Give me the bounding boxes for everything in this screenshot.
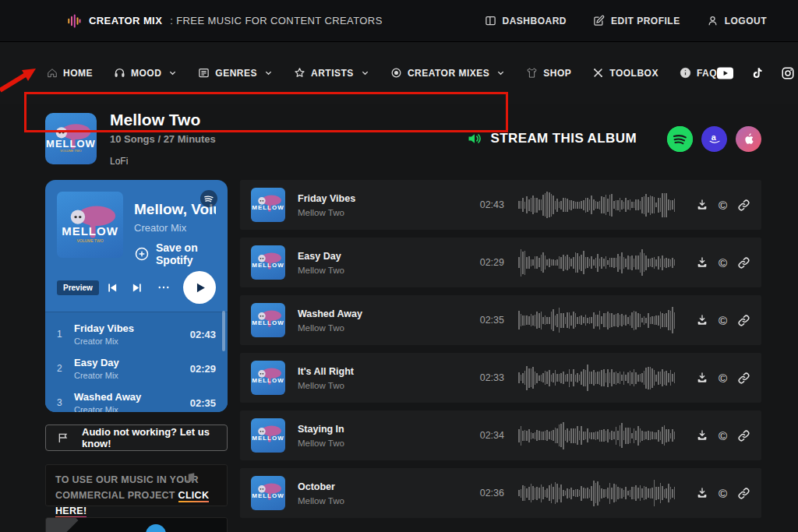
instagram-icon[interactable] [781, 66, 795, 80]
main-nav: HOME MOOD GENRES [0, 42, 798, 104]
link-icon[interactable] [737, 372, 750, 385]
nav-item[interactable]: HOME [47, 68, 93, 79]
amazon-music-store-icon[interactable]: a [701, 126, 727, 152]
copyright-icon[interactable]: © [719, 430, 727, 442]
nav-item[interactable]: MOOD [114, 67, 177, 79]
play-button[interactable] [183, 271, 216, 304]
waveform[interactable] [518, 477, 676, 509]
flag-icon [57, 432, 69, 444]
waveform[interactable] [518, 189, 676, 220]
chevron-down-icon [168, 69, 177, 77]
album-track-list: MELLOW Friday Vibes Mellow Two 02:43 © [240, 180, 761, 526]
nav-items: HOME MOOD GENRES [47, 67, 717, 79]
track-artist: Mellow Two [298, 496, 465, 506]
nav-item[interactable]: GENRES [198, 67, 273, 79]
track-thumbnail[interactable]: MELLOW [251, 303, 285, 337]
link-icon[interactable] [737, 314, 750, 327]
embed-track-row[interactable]: 1 Friday Vibes Creator Mix 02:43 [57, 317, 216, 351]
nav-item[interactable]: SHOP [526, 67, 571, 79]
copyright-icon[interactable]: © [719, 199, 727, 211]
embed-scrollbar[interactable] [222, 311, 225, 351]
track-thumbnail[interactable]: MELLOW [251, 476, 285, 510]
link-icon[interactable] [737, 487, 750, 500]
save-on-spotify-button[interactable]: Save on Spotify [134, 241, 216, 266]
copyright-icon[interactable]: © [719, 488, 727, 499]
embed-track-row[interactable]: 3 Washed Away Creator Mix 02:35 [57, 386, 216, 412]
download-icon[interactable] [696, 372, 708, 384]
top-bar: CREATOR MIX : FREE MUSIC FOR CONTENT CRE… [0, 0, 798, 42]
track-thumbnail[interactable]: MELLOW [251, 361, 285, 395]
album-meta: 10 Songs / 27 Minutes [110, 133, 216, 145]
embed-track-list: 1 Friday Vibes Creator Mix 02:43 2 Easy … [45, 312, 228, 412]
nav-item[interactable]: ARTISTS [294, 67, 369, 79]
spotify-store-icon[interactable] [667, 126, 693, 152]
copyright-icon[interactable]: © [719, 257, 727, 269]
track-duration: 02:29 [465, 257, 504, 268]
download-icon[interactable] [696, 256, 708, 269]
stream-this-album[interactable]: STREAM THIS ALBUM [466, 131, 637, 146]
link-icon[interactable] [737, 429, 750, 442]
link-icon[interactable] [737, 256, 750, 270]
waveform[interactable] [518, 362, 676, 393]
more-options-icon[interactable] [157, 280, 171, 294]
nav-item-icon [114, 67, 125, 79]
track-title[interactable]: Easy Day [298, 251, 465, 262]
music-note-icon [183, 471, 197, 485]
user-icon [707, 15, 719, 26]
track-title[interactable]: October [298, 481, 465, 492]
track-duration: 02:43 [465, 199, 504, 210]
download-icon[interactable] [696, 314, 708, 326]
nav-item[interactable]: CREATOR MIXES [390, 67, 505, 79]
waveform[interactable] [518, 420, 676, 451]
album-genre[interactable]: LoFi [110, 156, 216, 167]
copyright-icon[interactable]: © [719, 372, 727, 384]
download-icon[interactable] [696, 487, 708, 499]
next-track-icon[interactable] [131, 281, 144, 294]
track-title[interactable]: It's All Right [298, 366, 465, 377]
track-row: MELLOW Easy Day Mellow Two 02:29 © [240, 238, 761, 287]
nav-item[interactable]: TOOLBOX [592, 67, 659, 79]
link-icon[interactable] [737, 199, 750, 212]
track-row: MELLOW Staying In Mellow Two 02:34 © [240, 410, 761, 460]
commercial-license-banner[interactable]: TO USE OUR MUSIC IN YOUR COMMERCIAL PROJ… [45, 464, 228, 506]
copyright-icon[interactable]: © [719, 315, 727, 326]
brand-name: CREATOR MIX [89, 15, 162, 26]
waveform[interactable] [518, 305, 676, 336]
waveform-logo-icon [67, 14, 81, 28]
dashboard-link[interactable]: DASHBOARD [485, 15, 567, 26]
download-icon[interactable] [696, 429, 708, 442]
edit-icon [593, 15, 605, 26]
track-artist: Mellow Two [298, 439, 465, 448]
album-header: MELLOW VOLUME TWO Mellow Two 10 Songs / … [45, 111, 761, 167]
brand-tagline: : FREE MUSIC FOR CONTENT CREATORS [170, 15, 383, 26]
track-thumbnail[interactable]: MELLOW [251, 245, 285, 280]
embed-track-row[interactable]: 2 Easy Day Creator Mix 02:29 [57, 351, 216, 386]
previous-track-icon[interactable] [105, 281, 118, 294]
apple-music-store-icon[interactable] [736, 126, 761, 152]
track-title[interactable]: Washed Away [298, 308, 465, 319]
brand[interactable]: CREATOR MIX : FREE MUSIC FOR CONTENT CRE… [67, 14, 383, 28]
track-title[interactable]: Staying In [298, 424, 465, 435]
embed-artist[interactable]: Creator Mix [134, 222, 216, 234]
nav-item-icon [390, 67, 402, 79]
nav-item-icon [592, 67, 604, 79]
spotify-logo-icon[interactable] [200, 190, 217, 207]
chevron-down-icon [496, 69, 505, 77]
promo-banner[interactable] [45, 517, 228, 532]
download-icon[interactable] [696, 199, 708, 211]
nav-item-icon [294, 67, 305, 79]
audio-report-button[interactable]: Audio not working? Let us know! [45, 425, 228, 451]
youtube-icon[interactable] [717, 67, 733, 79]
edit-profile-link[interactable]: EDIT PROFILE [593, 15, 680, 26]
waveform[interactable] [518, 247, 676, 278]
tiktok-icon[interactable] [750, 65, 764, 80]
track-duration: 02:33 [465, 372, 504, 383]
track-thumbnail[interactable]: MELLOW [251, 188, 285, 222]
embed-album-art: MELLOW VOLUME TWO [57, 192, 123, 258]
track-row: MELLOW Washed Away Mellow Two 02:35 © [240, 295, 761, 345]
logout-link[interactable]: LOGOUT [707, 15, 767, 26]
nav-item[interactable]: FAQ [680, 67, 717, 79]
track-duration: 02:36 [465, 488, 504, 499]
track-thumbnail[interactable]: MELLOW [251, 418, 285, 453]
track-title[interactable]: Friday Vibes [298, 193, 465, 204]
